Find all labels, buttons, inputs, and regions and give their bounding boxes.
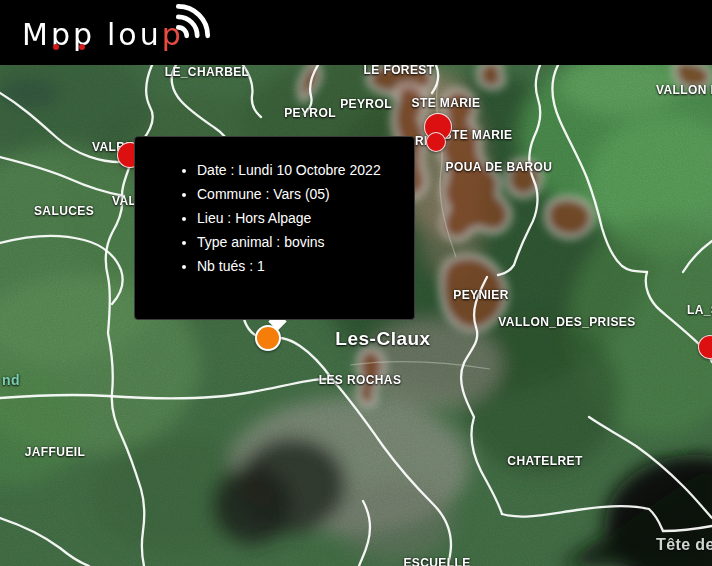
attack-marker-orange[interactable] xyxy=(255,325,281,351)
wifi-signal-icon xyxy=(172,0,214,40)
attack-marker-red[interactable] xyxy=(426,132,446,152)
app-header: Mɒp lou p xyxy=(0,0,712,65)
logo-word-second: lou xyxy=(107,17,162,52)
tooltip-item-nb-tues: Nb tués : 1 xyxy=(197,259,404,273)
map-canvas[interactable]: LE_CHARBELPEYROLPEYROLLE FORESTSTE MARIE… xyxy=(0,65,712,566)
logo-dot-icon xyxy=(79,44,85,50)
app-logo[interactable]: Mɒp lou p xyxy=(22,6,214,62)
tooltip-item-commune: Commune : Vars (05) xyxy=(197,187,404,201)
attack-tooltip: Date : Lundi 10 Octobre 2022 Commune : V… xyxy=(134,136,415,320)
attack-marker-red[interactable] xyxy=(698,335,712,359)
tooltip-item-lieu: Lieu : Hors Alpage xyxy=(197,211,404,225)
attack-tooltip-list: Date : Lundi 10 Octobre 2022 Commune : V… xyxy=(135,137,414,273)
tooltip-item-date: Date : Lundi 10 Octobre 2022 xyxy=(197,163,404,177)
logo-dot-icon xyxy=(53,44,59,50)
tooltip-item-type-animal: Type animal : bovins xyxy=(197,235,404,249)
